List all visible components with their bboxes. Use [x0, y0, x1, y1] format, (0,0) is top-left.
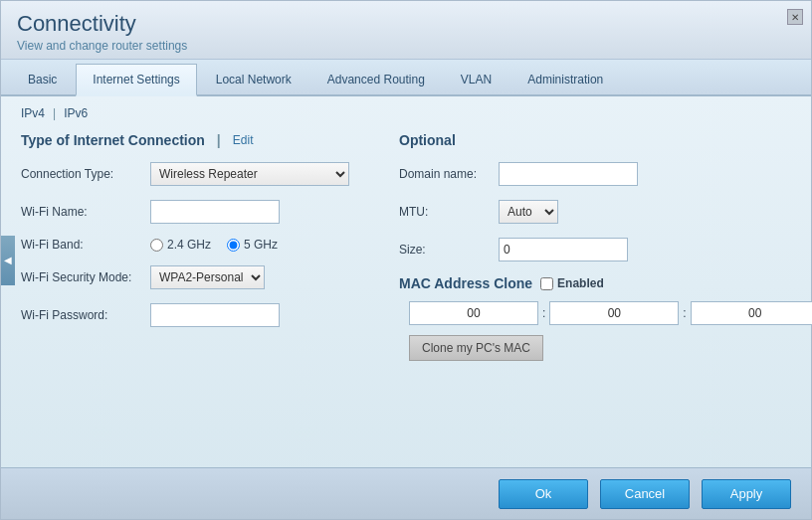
connection-type-control: Wireless Repeater DHCP Static IP PPPoE P…	[150, 162, 349, 186]
wifi-band-label: Wi-Fi Band:	[21, 238, 150, 252]
wifi-band-2-4-radio[interactable]	[150, 239, 163, 252]
mac-clone-title-text: MAC Address Clone	[399, 275, 532, 291]
mac-clone-title: MAC Address Clone Enabled	[399, 275, 812, 291]
title-bar: Connectivity View and change router sett…	[1, 1, 811, 60]
mac-octet-2[interactable]	[549, 301, 679, 325]
tab-administration[interactable]: Administration	[510, 64, 620, 94]
size-row: Size:	[399, 238, 812, 261]
mac-enabled-checkbox[interactable]	[540, 277, 553, 290]
mac-sep-2: :	[683, 306, 686, 320]
wifi-name-label: Wi-Fi Name:	[21, 205, 150, 219]
wifi-band-control: 2.4 GHz 5 GHz	[150, 238, 349, 252]
mac-octet-3[interactable]	[691, 301, 812, 325]
mac-octet-1[interactable]	[409, 301, 538, 325]
right-column: Optional Domain name: MTU: Auto Manual	[389, 132, 812, 361]
section-separator: |	[217, 132, 221, 148]
window-subtitle: View and change router settings	[17, 39, 795, 53]
connectivity-window: Connectivity View and change router sett…	[0, 0, 812, 520]
footer: Ok Cancel Apply	[1, 467, 811, 519]
tab-bar: Basic Internet Settings Local Network Ad…	[1, 60, 811, 96]
mac-address-row: : : : : :	[409, 301, 812, 325]
wifi-security-row: Wi-Fi Security Mode: WPA2-Personal WPA-P…	[21, 265, 349, 289]
section-title-text: Type of Internet Connection	[21, 132, 205, 148]
mac-clone-section: MAC Address Clone Enabled : : :	[399, 275, 812, 361]
tab-basic[interactable]: Basic	[11, 64, 74, 94]
cancel-button[interactable]: Cancel	[600, 479, 690, 509]
sub-tab-ipv6[interactable]: IPv6	[64, 106, 88, 120]
main-content: IPv4 | IPv6 Type of Internet Connection …	[1, 96, 811, 474]
connection-type-label: Connection Type:	[21, 167, 150, 181]
wifi-password-control	[150, 303, 349, 327]
wifi-band-5-radio[interactable]	[227, 239, 240, 252]
edit-link[interactable]: Edit	[233, 133, 254, 147]
wifi-band-2-4-option[interactable]: 2.4 GHz	[150, 238, 211, 252]
wifi-band-5-option[interactable]: 5 GHz	[227, 238, 278, 252]
wifi-band-row: Wi-Fi Band: 2.4 GHz 5 GHz	[21, 238, 349, 252]
content-grid: Type of Internet Connection | Edit Conne…	[21, 132, 791, 361]
sub-tab-bar: IPv4 | IPv6	[21, 106, 791, 120]
left-column: Type of Internet Connection | Edit Conne…	[21, 132, 349, 361]
wifi-name-input[interactable]	[150, 200, 280, 224]
mac-sep-1: :	[542, 306, 545, 320]
section-title: Type of Internet Connection | Edit	[21, 132, 349, 148]
tab-internet-settings[interactable]: Internet Settings	[76, 64, 196, 96]
mtu-label: MTU:	[399, 205, 499, 219]
tab-vlan[interactable]: VLAN	[444, 64, 508, 94]
wifi-password-row: Wi-Fi Password:	[21, 303, 349, 327]
connection-type-select[interactable]: Wireless Repeater DHCP Static IP PPPoE P…	[150, 162, 349, 186]
sub-tab-sep: |	[53, 106, 56, 120]
tab-advanced-routing[interactable]: Advanced Routing	[310, 64, 442, 94]
wifi-password-input[interactable]	[150, 303, 280, 327]
size-label: Size:	[399, 243, 499, 257]
window-title: Connectivity	[17, 11, 795, 37]
mtu-row: MTU: Auto Manual	[399, 200, 812, 224]
clone-mac-button[interactable]: Clone my PC's MAC	[409, 335, 543, 361]
optional-title: Optional	[399, 132, 812, 148]
mac-enabled-row: Enabled	[540, 276, 604, 290]
wifi-band-2-4-label: 2.4 GHz	[167, 238, 211, 252]
wifi-security-label: Wi-Fi Security Mode:	[21, 270, 150, 284]
wifi-name-row: Wi-Fi Name:	[21, 200, 349, 224]
ok-button[interactable]: Ok	[499, 479, 588, 509]
domain-name-input[interactable]	[499, 162, 638, 186]
domain-name-row: Domain name:	[399, 162, 812, 186]
connection-type-row: Connection Type: Wireless Repeater DHCP …	[21, 162, 349, 186]
tab-local-network[interactable]: Local Network	[199, 64, 308, 94]
sub-tab-ipv4[interactable]: IPv4	[21, 106, 45, 120]
wifi-security-select[interactable]: WPA2-Personal WPA-Personal WEP None	[150, 265, 265, 289]
wifi-password-label: Wi-Fi Password:	[21, 308, 150, 322]
close-button[interactable]: ✕	[787, 9, 803, 25]
left-arrow-tab[interactable]: ◀	[1, 236, 15, 285]
domain-name-label: Domain name:	[399, 167, 499, 181]
wifi-security-control: WPA2-Personal WPA-Personal WEP None	[150, 265, 349, 289]
apply-button[interactable]: Apply	[702, 479, 791, 509]
wifi-band-5-label: 5 GHz	[244, 238, 278, 252]
mtu-select[interactable]: Auto Manual	[499, 200, 558, 224]
size-input[interactable]	[499, 238, 628, 261]
wifi-name-control	[150, 200, 349, 224]
mac-enabled-label: Enabled	[557, 276, 604, 290]
